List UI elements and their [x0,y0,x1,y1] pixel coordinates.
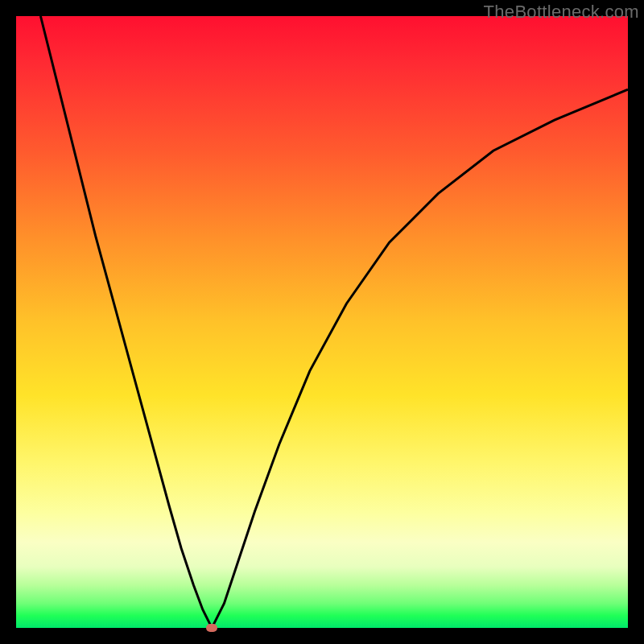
chart-frame [16,16,628,628]
curve-path [40,16,628,628]
bottleneck-minimum-marker [206,624,217,632]
watermark-text: TheBottleneck.com [484,2,639,23]
bottleneck-curve [16,16,628,628]
